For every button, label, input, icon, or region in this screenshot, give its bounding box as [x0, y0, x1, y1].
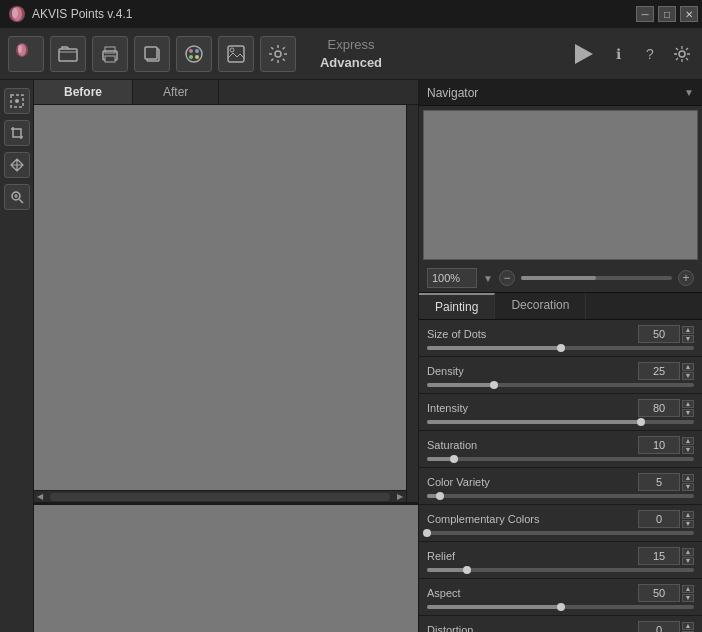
- param-input[interactable]: [638, 362, 680, 380]
- param-spinner: ▲ ▼: [682, 326, 694, 343]
- param-slider-fill: [427, 420, 641, 424]
- param-slider-thumb[interactable]: [490, 381, 498, 389]
- spinner-up[interactable]: ▲: [682, 585, 694, 593]
- param-slider-thumb[interactable]: [463, 566, 471, 574]
- select-tool-button[interactable]: [4, 88, 30, 114]
- param-slider-thumb[interactable]: [637, 418, 645, 426]
- vertical-scrollbar[interactable]: [406, 105, 418, 502]
- info-button[interactable]: ℹ: [606, 42, 630, 66]
- main-canvas[interactable]: ◀ ▶: [34, 105, 418, 502]
- painting-tab[interactable]: Painting: [419, 293, 495, 319]
- spinner-down[interactable]: ▼: [682, 594, 694, 602]
- scrollbar-track[interactable]: [50, 493, 390, 501]
- advanced-mode-label[interactable]: Advanced: [320, 55, 382, 71]
- zoom-slider[interactable]: [521, 276, 672, 280]
- param-label: Distortion: [427, 624, 473, 632]
- bottom-canvas-strip: [34, 502, 418, 632]
- spinner-down[interactable]: ▼: [682, 520, 694, 528]
- window-controls: ─ □ ✕: [636, 6, 698, 22]
- param-slider-thumb[interactable]: [557, 344, 565, 352]
- param-input[interactable]: [638, 473, 680, 491]
- param-header: Complementary Colors ▲ ▼: [427, 510, 694, 528]
- param-label: Density: [427, 365, 464, 377]
- help-button[interactable]: ?: [638, 42, 662, 66]
- param-slider-track[interactable]: [427, 420, 694, 424]
- svg-point-5: [18, 45, 22, 53]
- spinner-up[interactable]: ▲: [682, 400, 694, 408]
- spinner-up[interactable]: ▲: [682, 511, 694, 519]
- express-mode-label[interactable]: Express: [328, 37, 375, 53]
- horizontal-scrollbar[interactable]: ◀ ▶: [34, 490, 406, 502]
- before-tab[interactable]: Before: [34, 80, 133, 104]
- brush-tool-icon[interactable]: [8, 36, 44, 72]
- palette-tool-icon[interactable]: [176, 36, 212, 72]
- spinner-up[interactable]: ▲: [682, 326, 694, 334]
- preferences-button[interactable]: [670, 42, 694, 66]
- pan-tool-button[interactable]: [4, 152, 30, 178]
- navigator-collapse-icon[interactable]: ▼: [684, 87, 694, 98]
- param-slider-track[interactable]: [427, 531, 694, 535]
- param-slider-thumb[interactable]: [450, 455, 458, 463]
- param-slider-thumb[interactable]: [436, 492, 444, 500]
- param-input[interactable]: [638, 325, 680, 343]
- close-button[interactable]: ✕: [680, 6, 698, 22]
- param-header: Distortion ▲ ▼: [427, 621, 694, 632]
- param-input[interactable]: [638, 547, 680, 565]
- spinner-down[interactable]: ▼: [682, 335, 694, 343]
- copy-tool-icon[interactable]: [134, 36, 170, 72]
- spinner-down[interactable]: ▼: [682, 372, 694, 380]
- spinner-up[interactable]: ▲: [682, 622, 694, 630]
- param-label: Saturation: [427, 439, 477, 451]
- param-slider-track[interactable]: [427, 568, 694, 572]
- spinner-down[interactable]: ▼: [682, 446, 694, 454]
- param-slider-track[interactable]: [427, 605, 694, 609]
- spinner-up[interactable]: ▲: [682, 548, 694, 556]
- spinner-up[interactable]: ▲: [682, 437, 694, 445]
- param-slider-track[interactable]: [427, 457, 694, 461]
- spinner-down[interactable]: ▼: [682, 557, 694, 565]
- spinner-down[interactable]: ▼: [682, 483, 694, 491]
- crop-tool-button[interactable]: [4, 120, 30, 146]
- param-header: Aspect ▲ ▼: [427, 584, 694, 602]
- side-toolbar: [0, 80, 34, 632]
- zoom-tool-button[interactable]: [4, 184, 30, 210]
- param-input[interactable]: [638, 436, 680, 454]
- param-slider-track[interactable]: [427, 494, 694, 498]
- param-input[interactable]: [638, 584, 680, 602]
- after-tab[interactable]: After: [133, 80, 219, 104]
- param-slider-thumb[interactable]: [557, 603, 565, 611]
- svg-point-22: [15, 99, 19, 103]
- param-input[interactable]: [638, 399, 680, 417]
- param-header: Intensity ▲ ▼: [427, 399, 694, 417]
- param-slider-track[interactable]: [427, 346, 694, 350]
- zoom-minus-button[interactable]: −: [499, 270, 515, 286]
- settings-tool-icon[interactable]: [260, 36, 296, 72]
- param-slider-track[interactable]: [427, 383, 694, 387]
- svg-point-12: [186, 46, 202, 62]
- param-input[interactable]: [638, 510, 680, 528]
- spinner-down[interactable]: ▼: [682, 409, 694, 417]
- param-row-aspect: Aspect ▲ ▼: [419, 579, 702, 616]
- spinner-up[interactable]: ▲: [682, 474, 694, 482]
- open-tool-icon[interactable]: [50, 36, 86, 72]
- minimize-button[interactable]: ─: [636, 6, 654, 22]
- scroll-left-arrow[interactable]: ◀: [34, 491, 46, 503]
- print-tool-icon[interactable]: [92, 36, 128, 72]
- zoom-plus-button[interactable]: +: [678, 270, 694, 286]
- param-label: Intensity: [427, 402, 468, 414]
- maximize-button[interactable]: □: [658, 6, 676, 22]
- spinner-up[interactable]: ▲: [682, 363, 694, 371]
- zoom-dropdown-icon[interactable]: ▼: [483, 273, 493, 284]
- param-slider-thumb[interactable]: [423, 529, 431, 537]
- svg-point-20: [679, 51, 685, 57]
- scroll-right-arrow[interactable]: ▶: [394, 491, 406, 503]
- decoration-tab[interactable]: Decoration: [495, 293, 586, 319]
- export-tool-icon[interactable]: [218, 36, 254, 72]
- param-value-box: ▲ ▼: [638, 621, 694, 632]
- param-label: Complementary Colors: [427, 513, 539, 525]
- zoom-value[interactable]: 100%: [427, 268, 477, 288]
- toolbar-right-actions: ℹ ?: [570, 40, 694, 68]
- run-button[interactable]: [570, 40, 598, 68]
- param-input[interactable]: [638, 621, 680, 632]
- svg-rect-9: [105, 47, 115, 53]
